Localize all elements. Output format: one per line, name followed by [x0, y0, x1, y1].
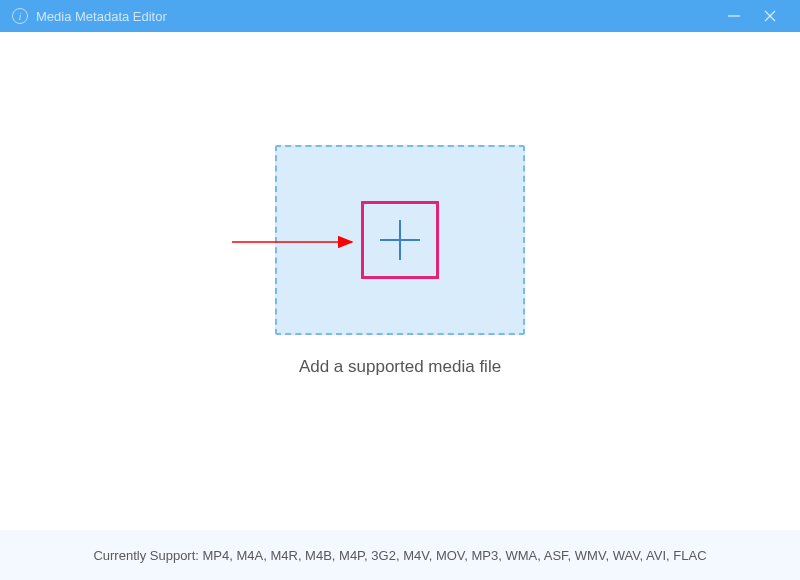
footer: Currently Support: MP4, M4A, M4R, M4B, M…: [0, 530, 800, 580]
footer-label: Currently Support:: [93, 548, 202, 563]
plus-icon: [372, 212, 428, 268]
content-area: Add a supported media file: [0, 32, 800, 530]
close-button[interactable]: [752, 0, 788, 32]
dropzone[interactable]: [275, 145, 525, 335]
window-title: Media Metadata Editor: [36, 9, 167, 24]
dropzone-hint: Add a supported media file: [0, 357, 800, 377]
titlebar: i Media Metadata Editor: [0, 0, 800, 32]
minimize-button[interactable]: [716, 0, 752, 32]
add-file-button[interactable]: [361, 201, 439, 279]
info-icon: i: [12, 8, 28, 24]
footer-formats: MP4, M4A, M4R, M4B, M4P, 3G2, M4V, MOV, …: [203, 548, 707, 563]
